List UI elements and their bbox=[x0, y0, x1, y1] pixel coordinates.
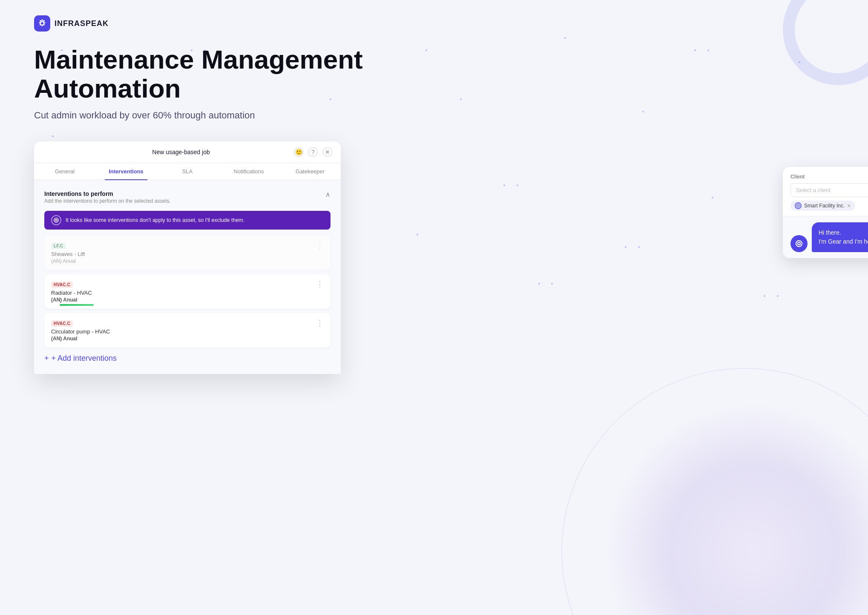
svg-point-4 bbox=[798, 205, 799, 207]
chat-messages: Hi there.I'm Gear and I'm here to assist… bbox=[783, 216, 868, 258]
add-icon: + bbox=[44, 354, 49, 362]
tab-gatekeeper[interactable]: Gatekeeper bbox=[279, 163, 341, 180]
card-menu-3[interactable]: ⋮ bbox=[313, 319, 324, 327]
add-interventions-button[interactable]: + + Add interventions bbox=[44, 353, 331, 364]
client-tag-close[interactable]: × bbox=[847, 202, 851, 209]
section-subtitle: Add the interventions to perform on the … bbox=[44, 198, 171, 204]
card-name-3: Circulator pump - HVAC bbox=[51, 328, 313, 335]
card-tag-1: LF.C bbox=[51, 243, 66, 249]
green-line-decoration bbox=[60, 304, 94, 306]
emoji-button[interactable]: 🙂 bbox=[294, 147, 303, 157]
page-container: INFRASPEAK Maintenance Management Automa… bbox=[0, 0, 868, 615]
help-button[interactable]: ? bbox=[308, 147, 318, 157]
ai-banner-text: It looks like some interventions don't a… bbox=[66, 217, 244, 223]
intervention-card-1: LF.C Sheaves - Lift (AN) Anual ⋮ bbox=[44, 236, 331, 270]
card-info-1: LF.C Sheaves - Lift (AN) Anual bbox=[51, 241, 313, 264]
ai-banner: It looks like some interventions don't a… bbox=[44, 211, 331, 230]
card-tag-3: HVAC.C bbox=[51, 320, 73, 327]
intervention-card-2: HVAC.C Radiator - HVAC (AN) Anual ⋮ bbox=[44, 274, 331, 309]
client-tag-name: Smart Facility Inc. bbox=[804, 203, 845, 209]
collapse-button[interactable]: ∧ bbox=[325, 190, 331, 198]
card-name-1: Sheaves - Lift bbox=[51, 251, 313, 257]
svg-point-1 bbox=[54, 218, 58, 222]
svg-point-5 bbox=[796, 241, 802, 247]
chat-avatar bbox=[790, 235, 808, 252]
window-body: Interventions to perform Add the interve… bbox=[34, 180, 341, 374]
card-info-3: HVAC.C Circulator pump - HVAC (AN) Anual bbox=[51, 319, 313, 342]
hero-title: Maintenance Management Automation bbox=[34, 45, 366, 103]
hero-subtitle: Cut admin workload by over 60% through a… bbox=[34, 110, 834, 121]
tab-notifications[interactable]: Notifications bbox=[218, 163, 279, 180]
section-info: Interventions to perform Add the interve… bbox=[44, 190, 171, 204]
card-freq-3: (AN) Anual bbox=[51, 336, 313, 342]
svg-point-6 bbox=[798, 242, 800, 245]
chat-panel: Client Select a client ∨ Smart Facility … bbox=[783, 167, 868, 258]
tab-general[interactable]: General bbox=[34, 163, 95, 180]
chat-message: Hi there.I'm Gear and I'm here to assist… bbox=[819, 229, 868, 245]
tab-sla[interactable]: SLA bbox=[157, 163, 218, 180]
chat-client-tag: Smart Facility Inc. × bbox=[790, 201, 855, 211]
client-tag-icon bbox=[795, 202, 802, 209]
section-title: Interventions to perform bbox=[44, 190, 171, 197]
add-label: + Add interventions bbox=[52, 354, 117, 362]
window-tabs: General Interventions SLA Notifications … bbox=[34, 163, 341, 180]
svg-point-2 bbox=[55, 219, 57, 221]
card-name-2: Radiator - HVAC bbox=[51, 290, 313, 296]
window-title: New usage-based job bbox=[68, 149, 294, 155]
intervention-card-3: HVAC.C Circulator pump - HVAC (AN) Anual… bbox=[44, 313, 331, 348]
window-controls: 🙂 ? ✕ bbox=[294, 147, 332, 157]
card-freq-1: (AN) Anual bbox=[51, 258, 313, 264]
tab-interventions[interactable]: Interventions bbox=[95, 163, 157, 180]
chat-bubble: Hi there.I'm Gear and I'm here to assist… bbox=[812, 222, 868, 252]
logo-text: INFRASPEAK bbox=[55, 19, 109, 28]
svg-point-3 bbox=[796, 204, 800, 207]
card-menu-1[interactable]: ⋮ bbox=[313, 241, 324, 249]
chat-client-label: Client bbox=[790, 174, 868, 180]
ai-icon bbox=[51, 215, 61, 225]
ui-window: New usage-based job 🙂 ? ✕ General Interv… bbox=[34, 141, 341, 374]
card-freq-2: (AN) Anual bbox=[51, 297, 313, 303]
chat-select-placeholder: Select a client bbox=[796, 187, 831, 193]
logo-area: INFRASPEAK bbox=[34, 15, 834, 32]
chat-client-select[interactable]: Select a client ∨ bbox=[790, 183, 868, 197]
close-button[interactable]: ✕ bbox=[323, 147, 332, 157]
card-tag-2: HVAC.C bbox=[51, 282, 73, 288]
ui-window-wrap: New usage-based job 🙂 ? ✕ General Interv… bbox=[34, 141, 834, 374]
logo-icon bbox=[34, 15, 50, 32]
chat-client-section: Client Select a client ∨ Smart Facility … bbox=[783, 167, 868, 216]
card-menu-2[interactable]: ⋮ bbox=[313, 280, 324, 288]
section-header: Interventions to perform Add the interve… bbox=[44, 190, 331, 204]
window-titlebar: New usage-based job 🙂 ? ✕ bbox=[34, 141, 341, 163]
card-info-2: HVAC.C Radiator - HVAC (AN) Anual bbox=[51, 280, 313, 303]
